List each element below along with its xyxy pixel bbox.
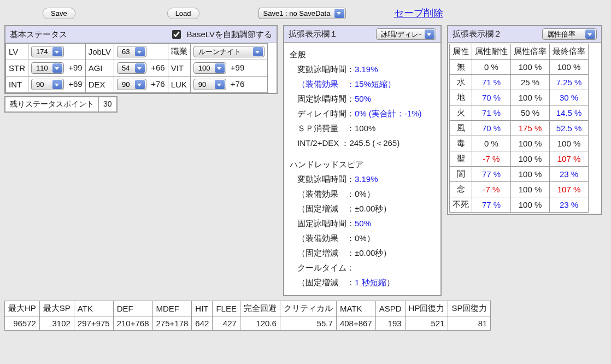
- str-bonus: +99: [66, 63, 82, 72]
- str-select[interactable]: 110: [31, 62, 64, 74]
- sp-label: ＳＰ消費量 ：: [297, 124, 355, 133]
- delete-save-link[interactable]: セーブ削除: [394, 7, 443, 20]
- footer-value: 120.6: [240, 316, 280, 331]
- footer-header: MATK: [336, 301, 375, 316]
- footer-value: 297+975: [74, 316, 113, 331]
- fcast-value: 50%: [355, 94, 371, 103]
- luk-select[interactable]: 90: [193, 79, 226, 90]
- int-label: INT: [6, 77, 28, 93]
- ext1-mode-select[interactable]: 詠唱/ディレイ: [376, 28, 436, 40]
- agi-label: AGI: [85, 60, 114, 77]
- footer-header: ASPD: [375, 301, 405, 316]
- vcast-value: 3.19%: [355, 64, 378, 74]
- footer-header: HIT: [192, 301, 213, 316]
- elem-header: 属性倍率: [511, 44, 550, 60]
- footer-header: HP回復力: [405, 301, 448, 316]
- footer-value: 81: [448, 316, 491, 331]
- s-cool-fix-label: （固定増減 ：: [297, 278, 355, 287]
- footer-value: 275+178: [152, 316, 192, 331]
- element-table: 属性属性耐性属性倍率最終倍率無0 %100 %100 %水71 %25 %7.2…: [449, 44, 589, 213]
- footer-value: 210+768: [113, 316, 152, 331]
- save-button[interactable]: Save: [43, 8, 75, 19]
- elem-header: 属性: [450, 44, 472, 60]
- ext2-mode-select[interactable]: 属性倍率: [542, 28, 597, 40]
- footer-value: 55.7: [280, 316, 336, 331]
- s-fix-label: （固定増減 ：: [297, 204, 355, 213]
- footer-header: MDEF: [152, 301, 192, 316]
- equip-value: 15%短縮: [355, 79, 387, 89]
- job-select[interactable]: ルーンナイト: [193, 46, 265, 57]
- base-status-title: 基本ステータス: [10, 30, 67, 40]
- s-fcast-label: 固定詠唱時間：: [297, 219, 355, 228]
- s-fcast-value: 50%: [355, 219, 371, 228]
- footer-value: 96572: [5, 316, 40, 331]
- lv-select[interactable]: 174: [31, 46, 64, 57]
- s-vcast-label: 変動詠唱時間：: [297, 174, 355, 184]
- table-row: 風70 %175 %52.5 %: [450, 121, 589, 136]
- remaining-points-label: 残りステータスポイント: [5, 97, 99, 111]
- footer-header: クリティカル: [280, 301, 336, 316]
- remaining-points: 残りステータスポイント 30: [4, 96, 118, 113]
- skill-name: ハンドレッドスピア: [290, 157, 435, 172]
- footer-value: 642: [192, 316, 213, 331]
- elem-header: 最終倍率: [550, 44, 589, 60]
- footer-value: 521: [405, 316, 448, 331]
- footer-header: FLEE: [213, 301, 240, 316]
- footer-header: 最大SP: [39, 301, 74, 316]
- delay-value: 0% (実合計：-1%): [355, 109, 422, 118]
- footer-header: 最大HP: [5, 301, 40, 316]
- vit-bonus: +99: [228, 63, 244, 72]
- footer-header: ATK: [74, 301, 113, 316]
- dex-select[interactable]: 90: [117, 79, 146, 90]
- s-fix-value: ±0.00秒: [355, 204, 383, 213]
- table-row: 毒0 %100 %100 %: [450, 136, 589, 151]
- luk-bonus: +76: [228, 79, 244, 89]
- s-vcast-value: 3.19%: [355, 174, 378, 184]
- luk-label: LUK: [168, 77, 190, 93]
- table-row: 火71 %50 %14.5 %: [450, 105, 589, 121]
- ext-panel-2: 拡張表示欄２ 属性倍率 属性属性耐性属性倍率最終倍率無0 %100 %100 %…: [447, 25, 602, 215]
- table-row: 聖-7 %100 %107 %: [450, 151, 589, 167]
- table-row: 念-7 %100 %107 %: [450, 182, 589, 197]
- ext1-general: 全般: [290, 47, 435, 62]
- lv-label: LV: [6, 44, 28, 60]
- elem-header: 属性耐性: [472, 44, 511, 60]
- save-slot-select[interactable]: Save1 : no SaveData: [258, 8, 346, 19]
- int-bonus: +69: [66, 79, 82, 89]
- load-button[interactable]: Load: [167, 8, 199, 19]
- s-equip-label: （装備効果 ：: [297, 189, 355, 198]
- joblv-label: JobLV: [85, 44, 114, 60]
- table-row: 不死77 %100 %23 %: [450, 197, 589, 213]
- vcast-label: 変動詠唱時間：: [297, 64, 355, 74]
- s-cool-label: クールタイム：: [297, 263, 355, 272]
- s-fix2-value: ±0.00秒: [355, 248, 383, 257]
- delay-label: ディレイ時間：: [297, 109, 355, 118]
- ext2-title: 拡張表示欄２: [453, 29, 502, 39]
- agi-bonus: +66: [149, 63, 164, 72]
- footer-header: DEF: [113, 301, 152, 316]
- joblv-select[interactable]: 63: [117, 46, 146, 57]
- footer-value: 3102: [39, 316, 74, 331]
- equip-label: （装備効果 ：: [297, 79, 355, 89]
- int-select[interactable]: 90: [31, 79, 64, 90]
- auto-baselv-label: BaseLVを自動調節する: [187, 30, 272, 40]
- dex-label: DEX: [85, 77, 114, 93]
- intdex-value: 245.5 (＜265): [349, 138, 400, 148]
- auto-baselv-checkbox[interactable]: [172, 30, 181, 39]
- agi-select[interactable]: 54: [117, 62, 146, 74]
- s-equip2-value: 0%: [355, 233, 367, 243]
- footer-header: 完全回避: [240, 301, 280, 316]
- s-equip2-label: （装備効果 ：: [297, 233, 355, 243]
- footer-stats-table: 最大HP最大SPATKDEFMDEFHITFLEE完全回避クリティカルMATKA…: [4, 301, 491, 331]
- vit-label: VIT: [168, 60, 190, 77]
- footer-value: 193: [375, 316, 405, 331]
- sp-value: 100%: [355, 124, 375, 133]
- table-row: 地70 %100 %30 %: [450, 90, 589, 105]
- footer-value: 427: [213, 316, 240, 331]
- intdex-label: INT/2+DEX ：: [297, 138, 349, 148]
- vit-select[interactable]: 100: [193, 62, 226, 74]
- table-row: 無0 %100 %100 %: [450, 60, 589, 75]
- job-label: 職業: [168, 44, 190, 60]
- footer-header: SP回復力: [448, 301, 491, 316]
- fcast-label: 固定詠唱時間：: [297, 94, 355, 103]
